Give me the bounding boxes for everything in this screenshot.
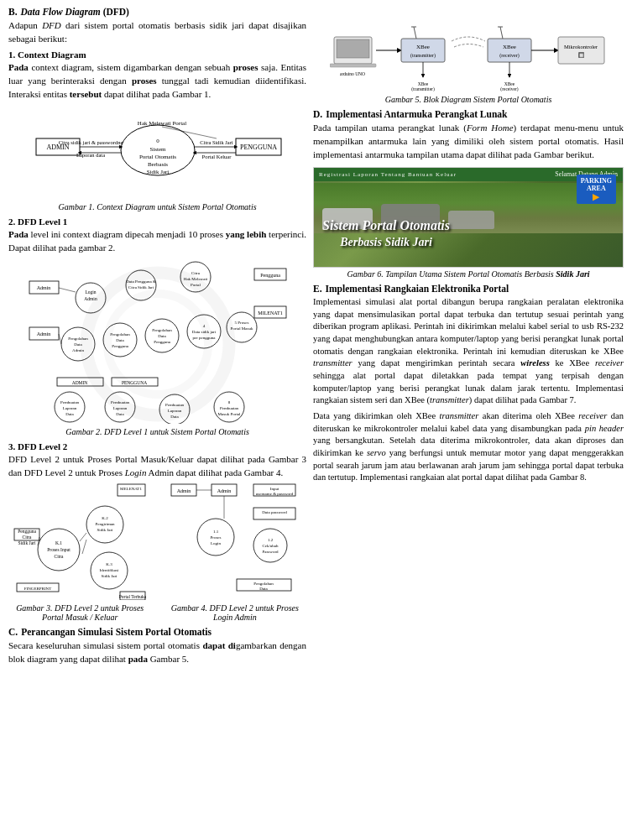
item-1-title: 1. Context Diagram	[8, 50, 306, 60]
svg-text:Hak Melewati: Hak Melewati	[183, 277, 207, 281]
fig2-caption: Gambar 2. DFD Level 1 untuk Sistem Porta…	[8, 427, 306, 436]
fig3-item: K.1 Proses Input Citra Pengguna Citra Si…	[8, 483, 151, 622]
svg-text:Portal Masuk: Portal Masuk	[230, 326, 253, 331]
svg-text:Masuk Portal: Masuk Portal	[217, 412, 240, 416]
svg-text:Data Pengguna &: Data Pengguna &	[126, 279, 156, 284]
svg-text:K.3: K.3	[107, 562, 113, 566]
overlay-line1: Sistem Portal Otomatis	[322, 217, 450, 235]
svg-text:Berbasis: Berbasis	[147, 161, 167, 168]
page: B. Data Flow Diagram (DFD) Adapun DFD da…	[0, 0, 632, 678]
right-column: arduino UNO XBee (transmitter) XBee (rec…	[313, 7, 624, 671]
menu-items: Registrasi Laporan Tentang Bantuan Kelua…	[319, 171, 457, 178]
parking-screenshot: Registrasi Laporan Tentang Bantuan Kelua…	[313, 167, 624, 268]
svg-rect-133	[401, 39, 445, 62]
section-d-title: Implementasi Antarmuka Perangkat Lunak	[326, 109, 507, 119]
item-3: 3. DFD Level 2 DFD Level 2 untuk Proses …	[8, 441, 306, 623]
section-b-title: Data Flow Diagram (DFD)	[21, 7, 129, 17]
svg-text:Admin: Admin	[84, 296, 97, 301]
svg-text:1.1: 1.1	[213, 530, 219, 534]
svg-line-80	[59, 334, 61, 344]
svg-text:Laporan: Laporan	[112, 406, 127, 410]
left-column: B. Data Flow Diagram (DFD) Adapun DFD da…	[8, 7, 306, 671]
svg-text:Cek/ubah: Cek/ubah	[263, 544, 279, 548]
svg-rect-144	[558, 37, 604, 64]
section-d-header: D. Implementasi Antarmuka Perangkat Luna…	[313, 109, 624, 119]
svg-text:Pengguna: Pengguna	[18, 529, 36, 534]
section-d-body: Pada tampilan utama perangkat lunak (For…	[313, 122, 624, 162]
section-c: C. Perancangan Simulasi Sistem Portal Ot…	[8, 627, 306, 666]
svg-text:MILENAT1: MILENAT1	[258, 310, 282, 316]
svg-text:per pengguna: per pengguna	[192, 336, 216, 340]
parking-sign: PARKINGAREA ▶	[577, 175, 616, 204]
svg-text:Data password: Data password	[263, 510, 288, 514]
svg-text:username & password: username & password	[256, 492, 294, 496]
section-c-header: C. Perancangan Simulasi Sistem Portal Ot…	[8, 627, 306, 637]
svg-text:Admin: Admin	[36, 331, 50, 337]
svg-rect-130	[330, 64, 376, 67]
svg-text:Data: Data	[116, 412, 124, 416]
svg-text:Sidik Jari: Sidik Jari	[146, 169, 169, 175]
svg-text:Pembuatan: Pembuatan	[60, 400, 79, 404]
dfd-level2-masuk-svg: K.1 Proses Input Citra Pengguna Citra Si…	[13, 483, 147, 600]
item-2-body: Pada level ini context diagram dipecah m…	[8, 228, 306, 255]
svg-text:Mikrokontroler: Mikrokontroler	[564, 44, 598, 50]
section-e-letter: E.	[313, 284, 322, 294]
svg-text:Laporan: Laporan	[167, 409, 181, 413]
svg-text:Pembuatan: Pembuatan	[110, 400, 129, 404]
section-d-letter: D.	[313, 109, 322, 119]
section-c-letter: C.	[8, 627, 18, 637]
svg-text:XBee: XBee	[416, 44, 430, 50]
item-3-title: 3. DFD Level 2	[8, 441, 306, 451]
svg-text:Portal Otomatis: Portal Otomatis	[138, 154, 175, 160]
svg-text:ADMIN: ADMIN	[71, 380, 87, 385]
svg-text:Pengolahan: Pengolahan	[254, 582, 274, 586]
svg-text:Pengguna: Pengguna	[154, 340, 171, 344]
item-3-body: DFD Level 2 untuk Proses Portal Masuk/Ke…	[8, 453, 306, 480]
svg-text:Citra sidik jari & passwordne: Citra sidik jari & passwordne	[58, 139, 123, 145]
section-b-header: B. Data Flow Diagram (DFD)	[8, 7, 306, 17]
svg-text:(receiver): (receiver)	[499, 53, 519, 59]
svg-text:Proses Input: Proses Input	[48, 547, 71, 552]
svg-text:Identifikasi: Identifikasi	[100, 568, 119, 572]
svg-rect-138	[488, 39, 531, 62]
item-2-title: 2. DFD Level 1	[8, 217, 306, 227]
svg-text:PENGGUNA: PENGGUNA	[240, 143, 277, 151]
svg-text:Hak Melewati Portal: Hak Melewati Portal	[137, 120, 185, 127]
item-1: 1. Context Diagram Pada context diagram,…	[8, 50, 306, 211]
section-c-body: Secara keseluruhan simulasi sistem porta…	[8, 639, 306, 666]
svg-text:(transmitter): (transmitter)	[411, 86, 435, 91]
context-diagram-svg: ADMIN 0 Sistem Portal Otomatis Berbasis …	[32, 107, 284, 199]
svg-line-141	[500, 27, 503, 39]
svg-text:Data: Data	[170, 415, 179, 419]
svg-text:(transmitter): (transmitter)	[410, 53, 436, 59]
fig1-container: ADMIN 0 Sistem Portal Otomatis Berbasis …	[8, 107, 306, 211]
svg-text:arduino UNO: arduino UNO	[340, 71, 365, 76]
fig4-item: Admin Input username & password Admin Da…	[164, 483, 306, 622]
svg-text:Admin: Admin	[177, 488, 191, 493]
svg-line-79	[59, 288, 76, 292]
svg-text:Data: Data	[158, 334, 166, 338]
svg-text:Citra: Citra	[191, 271, 201, 275]
svg-text:8: 8	[227, 400, 230, 404]
section-b-letter: B.	[8, 7, 18, 17]
section-b-intro: Adapun DFD dari sistem portal otomatis b…	[8, 19, 306, 46]
svg-text:XBee: XBee	[503, 44, 516, 50]
svg-text:Citra: Citra	[23, 535, 33, 540]
svg-text:Password: Password	[263, 550, 279, 554]
svg-text:Login: Login	[211, 541, 221, 545]
svg-text:Data: Data	[65, 412, 74, 416]
svg-text:Portal: Portal	[191, 283, 201, 287]
svg-text:Pengguna: Pengguna	[112, 344, 129, 348]
svg-text:PENGGUNA: PENGGUNA	[121, 380, 146, 385]
svg-text:FINGERPRINT: FINGERPRINT	[24, 587, 52, 591]
svg-text:Portal Terbuka: Portal Terbuka	[119, 594, 147, 599]
svg-text:K.2: K.2	[102, 516, 109, 520]
svg-text:K.1: K.1	[55, 540, 62, 545]
svg-text:Laporan: Laporan	[62, 406, 76, 410]
svg-text:Data: Data	[116, 338, 124, 342]
svg-text:Citra Sidik Jari: Citra Sidik Jari	[128, 285, 154, 290]
svg-text:Login: Login	[85, 290, 96, 295]
fig5-container: arduino UNO XBee (transmitter) XBee (rec…	[313, 12, 624, 104]
section-c-title: Perancangan Simulasi Sistem Portal Otoma…	[21, 627, 212, 637]
svg-text:Pengguna: Pengguna	[260, 273, 280, 278]
